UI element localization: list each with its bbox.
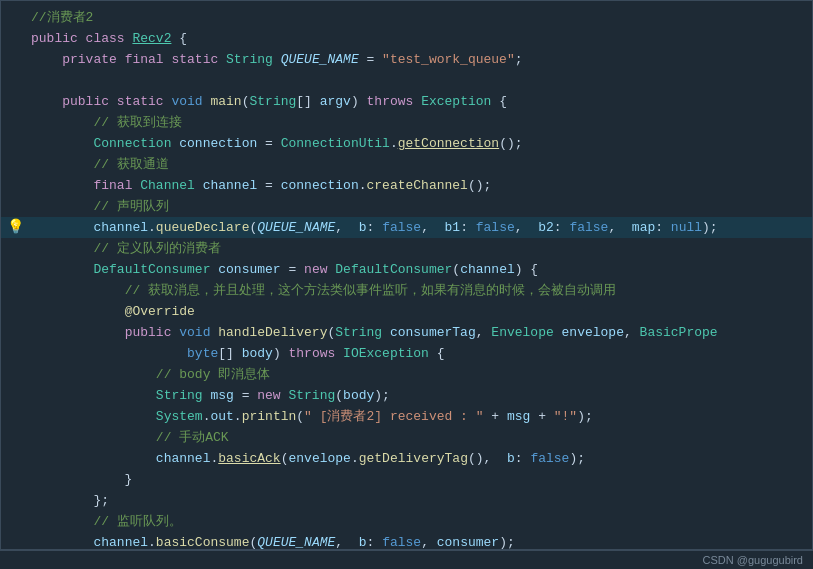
code-line-12: // 定义队列的消费者 [1, 238, 812, 259]
code-line-4 [1, 70, 812, 91]
code-line-8: // 获取通道 [1, 154, 812, 175]
code-line-24: }; [1, 490, 812, 511]
code-line-23: } [1, 469, 812, 490]
classname: Recv2 [132, 28, 171, 49]
kw-class: class [86, 28, 133, 49]
code-line-3: private final static String QUEUE_NAME =… [1, 49, 812, 70]
code-line-22: channel.basicAck(envelope.getDeliveryTag… [1, 448, 812, 469]
footer-text: CSDN @gugugubird [703, 554, 803, 566]
code-line-5: public static void main(String[] argv) t… [1, 91, 812, 112]
footer: CSDN @gugugubird [0, 550, 813, 569]
code-line-14: // 获取消息，并且处理，这个方法类似事件监听，如果有消息的时候，会被自动调用 [1, 280, 812, 301]
comment-1: //消费者2 [31, 7, 93, 28]
code-line-20: System.out.println(" [消费者2] received : "… [1, 406, 812, 427]
code-line-1: //消费者2 [1, 7, 812, 28]
brace: { [171, 28, 187, 49]
code-line-6: // 获取到连接 [1, 112, 812, 133]
code-line-17: byte[] body) throws IOException { [1, 343, 812, 364]
code-line-26: channel.basicConsume(QUEUE_NAME, b: fals… [1, 532, 812, 550]
code-line-16: public void handleDelivery(String consum… [1, 322, 812, 343]
code-editor: //消费者2 public class Recv2 { private fina… [0, 0, 813, 550]
code-line-15: @Override [1, 301, 812, 322]
code-line-9: final Channel channel = connection.creat… [1, 175, 812, 196]
kw-public: public [31, 28, 86, 49]
code-line-21: // 手动ACK [1, 427, 812, 448]
code-line-13: DefaultConsumer consumer = new DefaultCo… [1, 259, 812, 280]
code-line-18: // body 即消息体 [1, 364, 812, 385]
code-line-7: Connection connection = ConnectionUtil.g… [1, 133, 812, 154]
code-line-2: public class Recv2 { [1, 28, 812, 49]
code-line-10: // 声明队列 [1, 196, 812, 217]
code-line-25: // 监听队列。 [1, 511, 812, 532]
bulb-icon: 💡 [7, 217, 24, 238]
code-line-19: String msg = new String(body); [1, 385, 812, 406]
code-line-11: 💡 channel.queueDeclare(QUEUE_NAME, b: fa… [1, 217, 812, 238]
